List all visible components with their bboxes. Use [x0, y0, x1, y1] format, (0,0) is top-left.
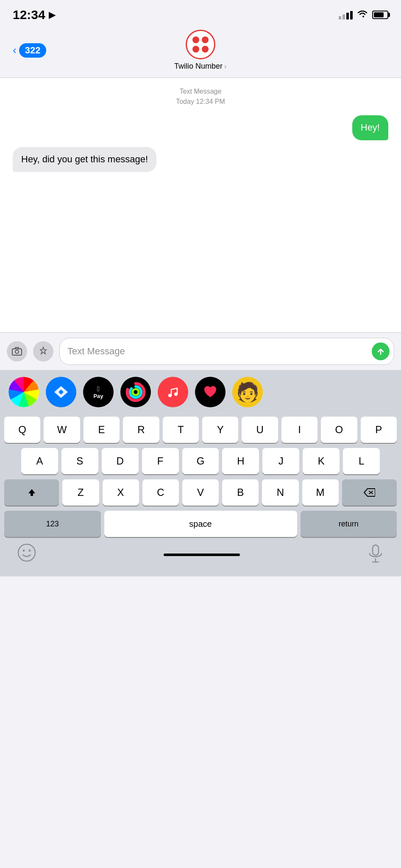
- keyboard-row-4: 123 space return: [0, 508, 401, 540]
- key-c[interactable]: C: [142, 479, 179, 506]
- incoming-message-row: Hey, did you get this message!: [13, 147, 388, 172]
- contact-chevron-icon: ›: [224, 63, 226, 70]
- timestamp: Text Message Today 12:34 PM: [8, 86, 393, 107]
- delete-key[interactable]: [342, 479, 397, 506]
- key-i[interactable]: I: [281, 417, 317, 443]
- photos-inner: [8, 377, 39, 407]
- app-memoji-icon[interactable]: 🧑: [232, 377, 263, 407]
- key-o[interactable]: O: [321, 417, 357, 443]
- messages-list: Hey! Hey, did you get this message!: [8, 115, 393, 172]
- emoji-button[interactable]: [17, 543, 36, 566]
- nav-bar: ‹ 322 Twilio Number ›: [0, 26, 401, 78]
- keyboard: Q W E R T Y U I O P A S D F G H J K L Z …: [0, 414, 401, 540]
- status-icons: [339, 10, 388, 20]
- dot-2: [202, 36, 209, 43]
- app-photos-icon[interactable]: [8, 377, 39, 407]
- dot-3: [192, 46, 199, 53]
- back-badge: 322: [19, 43, 47, 58]
- app-activity-icon[interactable]: [120, 377, 151, 407]
- key-e[interactable]: E: [84, 417, 120, 443]
- outgoing-message-row: Hey!: [13, 115, 388, 140]
- shift-key[interactable]: [4, 479, 59, 506]
- numbers-key[interactable]: 123: [4, 511, 101, 537]
- chat-area: Text Message Today 12:34 PM Hey! Hey, di…: [0, 78, 401, 332]
- key-g[interactable]: G: [182, 448, 219, 474]
- key-x[interactable]: X: [103, 479, 139, 506]
- wifi-icon: [357, 10, 368, 20]
- return-key[interactable]: return: [301, 511, 397, 537]
- battery-icon: [372, 11, 388, 19]
- send-button[interactable]: [372, 342, 390, 360]
- app-applepay-icon[interactable]: Pay: [83, 377, 114, 407]
- key-r[interactable]: R: [123, 417, 159, 443]
- location-icon: ▶: [49, 10, 55, 20]
- key-z[interactable]: Z: [62, 479, 99, 506]
- mic-button[interactable]: [367, 544, 384, 565]
- key-v[interactable]: V: [182, 479, 219, 506]
- back-button[interactable]: ‹ 322: [13, 43, 46, 58]
- keyboard-row-1: Q W E R T Y U I O P: [0, 414, 401, 445]
- key-q[interactable]: Q: [4, 417, 40, 443]
- delete-icon: [363, 488, 375, 497]
- key-k[interactable]: K: [303, 448, 340, 474]
- key-n[interactable]: N: [262, 479, 298, 506]
- signal-bar-4: [350, 11, 353, 19]
- status-bar: 12:34 ▶: [0, 0, 401, 26]
- health-heart-icon: [201, 383, 220, 401]
- testflight-logo: [52, 383, 70, 401]
- key-a[interactable]: A: [21, 448, 58, 474]
- mic-icon: [367, 544, 384, 564]
- svg-rect-10: [373, 545, 379, 555]
- key-w[interactable]: W: [44, 417, 80, 443]
- music-note-icon: [164, 384, 181, 401]
- dot-1: [192, 36, 199, 43]
- key-l[interactable]: L: [343, 448, 380, 474]
- svg-point-6: [174, 392, 178, 396]
- key-u[interactable]: U: [242, 417, 278, 443]
- contact-info[interactable]: Twilio Number ›: [174, 30, 226, 71]
- key-m[interactable]: M: [302, 479, 339, 506]
- svg-point-1: [15, 350, 19, 353]
- svg-point-8: [23, 550, 25, 552]
- signal-bar-3: [346, 13, 349, 19]
- app-store-icon: [38, 346, 49, 357]
- message-input-placeholder[interactable]: Text Message: [67, 346, 368, 357]
- app-testflight-icon[interactable]: [46, 377, 76, 407]
- space-key[interactable]: space: [104, 511, 297, 537]
- home-indicator: [164, 554, 240, 556]
- app-store-button[interactable]: [33, 341, 53, 362]
- key-h[interactable]: H: [222, 448, 259, 474]
- key-p[interactable]: P: [361, 417, 397, 443]
- svg-point-7: [18, 544, 35, 561]
- incoming-bubble: Hey, did you get this message!: [13, 147, 156, 172]
- key-t[interactable]: T: [163, 417, 199, 443]
- key-f[interactable]: F: [142, 448, 179, 474]
- app-music-icon[interactable]: [158, 377, 188, 407]
- emoji-icon: [17, 543, 36, 562]
- activity-rings: [125, 381, 146, 403]
- svg-point-5: [168, 394, 172, 397]
- key-b[interactable]: B: [222, 479, 259, 506]
- signal-bar-2: [343, 14, 345, 19]
- key-y[interactable]: Y: [202, 417, 238, 443]
- key-d[interactable]: D: [102, 448, 139, 474]
- app-health-icon[interactable]: [195, 377, 226, 407]
- home-indicator-area: [36, 554, 367, 556]
- key-s[interactable]: S: [61, 448, 98, 474]
- signal-bars: [339, 10, 353, 19]
- message-input-wrapper[interactable]: Text Message: [59, 338, 394, 365]
- svg-point-9: [29, 550, 31, 552]
- time-display: 12:34: [13, 8, 45, 22]
- timestamp-label: Text Message: [8, 86, 393, 97]
- dot-4: [202, 46, 209, 53]
- shift-icon: [27, 487, 37, 498]
- bottom-bar: [0, 540, 401, 576]
- contact-avatar: [186, 30, 215, 59]
- timestamp-time: Today 12:34 PM: [8, 97, 393, 107]
- app-drawer: Pay 🧑: [0, 370, 401, 414]
- camera-button[interactable]: [7, 341, 27, 362]
- signal-bar-1: [339, 16, 341, 19]
- key-j[interactable]: J: [262, 448, 299, 474]
- battery-fill: [374, 12, 384, 17]
- contact-name[interactable]: Twilio Number ›: [174, 62, 226, 71]
